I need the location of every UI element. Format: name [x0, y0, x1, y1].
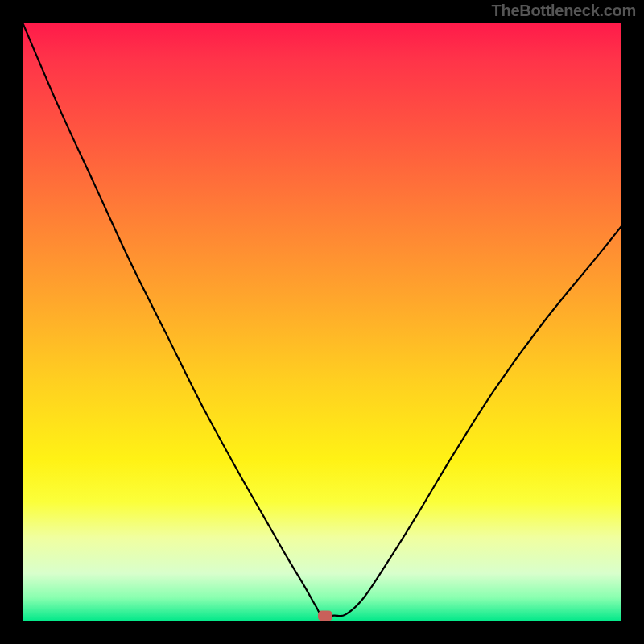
plot-area — [23, 23, 621, 621]
optimum-marker — [318, 610, 332, 621]
curve-svg — [23, 23, 621, 621]
watermark-text: TheBottleneck.com — [492, 2, 636, 20]
bottleneck-curve — [23, 23, 621, 617]
